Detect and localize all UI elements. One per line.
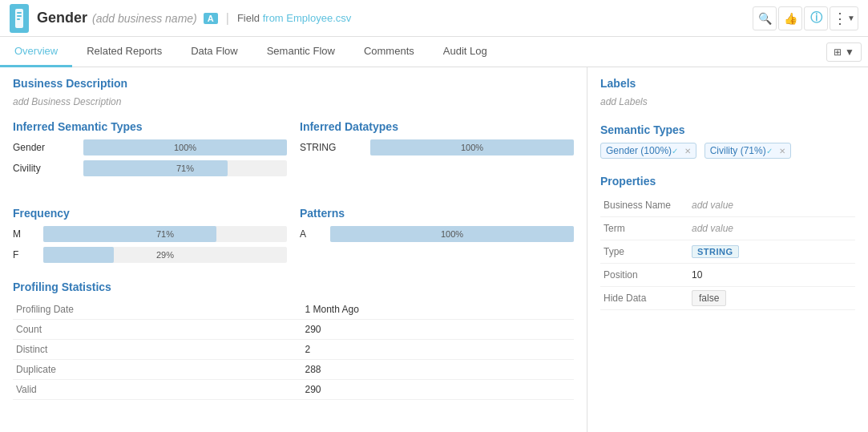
stat-value-distinct: 2 (301, 340, 574, 360)
table-row: Position 10 (600, 264, 855, 287)
properties-title: Properties (600, 175, 855, 188)
bar-label-f: F (13, 249, 37, 260)
prop-value-hide-data: false (688, 287, 855, 310)
profiling-statistics-title: Profiling Statistics (13, 281, 574, 293)
search-icon: 🔍 (758, 12, 772, 25)
chevron-down-icon: ▼ (847, 14, 855, 22)
stat-value-count: 290 (301, 320, 574, 340)
table-row: Hide Data false (600, 287, 855, 310)
inferred-semantic-types-section: Inferred Semantic Types Gender 100% Civi… (13, 120, 287, 181)
stats-grid: Inferred Semantic Types Gender 100% Civi… (13, 120, 574, 281)
inferred-semantic-types-title: Inferred Semantic Types (13, 120, 287, 133)
bar-text-f: 29% (156, 250, 174, 260)
tab-actions: ⊞ ▼ (826, 42, 868, 62)
svg-rect-2 (17, 15, 22, 17)
tab-overview[interactable]: Overview (0, 37, 72, 67)
add-business-description[interactable]: add Business Description (13, 96, 574, 107)
svg-rect-1 (17, 12, 22, 14)
tab-data-flow[interactable]: Data Flow (176, 37, 252, 67)
view-toggle-button[interactable]: ⊞ ▼ (826, 42, 862, 62)
bar-label-a: A (300, 228, 324, 240)
table-row: Valid 290 (13, 380, 574, 400)
stat-label-profiling-date: Profiling Date (13, 300, 301, 320)
semantic-tag-civility: Civility (71%) ✓ ✕ (704, 143, 791, 159)
business-description-title: Business Description (13, 77, 574, 90)
add-name-label[interactable]: (add business name) (92, 12, 197, 25)
table-row: Count 290 (13, 320, 574, 340)
tab-related-reports[interactable]: Related Reports (72, 37, 176, 67)
prop-value-position: 10 (688, 264, 855, 287)
stat-label-valid: Valid (13, 380, 301, 400)
info-button[interactable]: ⓘ (804, 6, 828, 30)
type-badge: A (204, 13, 218, 24)
prop-label-hide-data: Hide Data (600, 287, 688, 310)
bar-label-gender: Gender (13, 142, 77, 153)
more-actions-button[interactable]: ⋮ ▼ (830, 6, 858, 30)
patterns-title: Patterns (300, 207, 574, 220)
semantic-tag-gender-remove[interactable]: ✕ (684, 147, 691, 155)
stat-label-distinct: Distinct (13, 340, 301, 360)
bar-fill-civility (83, 160, 228, 176)
prop-label-position: Position (600, 264, 688, 287)
header-actions: 🔍 👍 ⓘ ⋮ ▼ (753, 6, 858, 30)
table-row: Business Name add value (600, 194, 855, 217)
semantic-tags-container: Gender (100%) ✓ ✕ Civility (71%) ✓ ✕ (600, 143, 855, 162)
semantic-bar-civility: Civility 71% (13, 160, 287, 176)
semantic-types-section: Semantic Types Gender (100%) ✓ ✕ Civilit… (600, 123, 855, 162)
table-row: Distinct 2 (13, 340, 574, 360)
bar-text-m: 71% (156, 229, 174, 239)
table-row: Profiling Date 1 Month Ago (13, 300, 574, 320)
pattern-bar-a: A 100% (300, 226, 574, 242)
frequency-bar-f: F 29% (13, 247, 287, 263)
grid-view-icon: ⊞ (834, 46, 842, 58)
bar-container-a: 100% (330, 226, 574, 242)
thumbsup-icon: 👍 (784, 12, 797, 25)
field-info: Field from Employee.csv (237, 12, 351, 24)
semantic-tag-gender-check[interactable]: ✓ (672, 147, 678, 155)
semantic-tag-civility-label: Civility (71%) (710, 145, 766, 156)
bar-fill-f (43, 247, 114, 263)
table-row: Duplicate 288 (13, 360, 574, 380)
labels-title: Labels (600, 77, 855, 90)
semantic-tag-civility-check[interactable]: ✓ (766, 147, 773, 155)
bar-container-string: 100% (370, 139, 574, 155)
prop-value-type: STRING (688, 240, 855, 264)
prop-value-business-name[interactable]: add value (688, 194, 855, 217)
main-panel: Business Description add Business Descri… (0, 67, 587, 432)
profiling-statistics-section: Profiling Statistics Profiling Date 1 Mo… (13, 281, 574, 400)
tab-comments[interactable]: Comments (349, 37, 429, 67)
bar-label-civility: Civility (13, 163, 77, 174)
labels-section: Labels add Labels (600, 77, 855, 107)
field-type-icon (10, 4, 29, 33)
page-title: Gender (37, 10, 87, 26)
profiling-stats-table: Profiling Date 1 Month Ago Count 290 Dis… (13, 300, 574, 400)
inferred-datatypes-section: Inferred Datatypes STRING 100% (300, 120, 574, 181)
prop-label-type: Type (600, 240, 688, 264)
prop-value-term[interactable]: add value (688, 217, 855, 240)
stat-label-count: Count (13, 320, 301, 340)
properties-section: Properties Business Name add value Term … (600, 175, 855, 310)
dots-icon: ⋮ (833, 10, 847, 27)
tab-audit-log[interactable]: Audit Log (429, 37, 502, 67)
right-panel: Labels add Labels Semantic Types Gender … (587, 67, 868, 432)
bar-text-a: 100% (441, 229, 463, 239)
bar-text-civility: 71% (176, 164, 194, 173)
add-labels[interactable]: add Labels (600, 96, 855, 107)
semantic-bar-gender: Gender 100% (13, 139, 287, 155)
search-button[interactable]: 🔍 (753, 6, 777, 30)
patterns-section: Patterns A 100% (300, 207, 574, 268)
bar-container-m: 71% (43, 226, 287, 242)
table-row: Type STRING (600, 240, 855, 264)
business-description-section: Business Description add Business Descri… (13, 77, 574, 107)
bar-label-string: STRING (300, 142, 364, 153)
datatype-bar-string: STRING 100% (300, 139, 574, 155)
tab-semantic-flow[interactable]: Semantic Flow (252, 37, 349, 67)
semantic-tag-civility-remove[interactable]: ✕ (779, 147, 785, 155)
frequency-bar-m: M 71% (13, 226, 287, 242)
chevron-down-icon: ▼ (845, 46, 854, 58)
thumbsup-button[interactable]: 👍 (778, 6, 802, 30)
frequency-section: Frequency M 71% F 29% (13, 207, 287, 268)
semantic-types-title: Semantic Types (600, 123, 855, 136)
main-content-area: Business Description add Business Descri… (0, 67, 868, 432)
stat-value-valid: 290 (301, 380, 574, 400)
